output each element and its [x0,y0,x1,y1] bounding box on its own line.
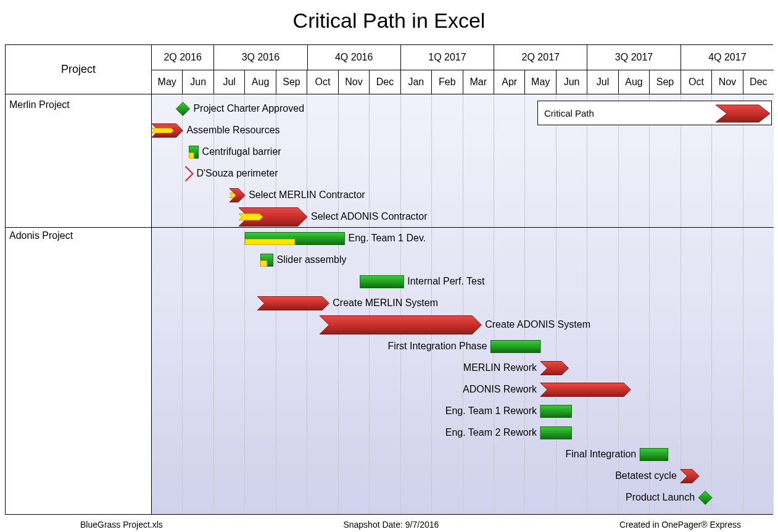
svg-marker-0 [716,105,770,122]
month-cell: Jun [183,70,213,94]
chart-frame: Project Merlin Project Adonis Project 2Q… [5,44,773,515]
month-cell: Nov [339,70,370,94]
quarter-cell: 2Q 2016 [152,45,214,70]
gantt-tasks: Project Charter ApprovedAssemble Resourc… [152,94,774,514]
task-label: MERLIN Rework [463,362,537,373]
month-cell: Nov [712,70,743,94]
month-cell: Jul [587,70,618,94]
time-header: 2Q 20163Q 20164Q 20161Q 20172Q 20173Q 20… [152,45,774,94]
task-label: Final Integration [566,449,637,459]
task-bar [490,341,540,353]
critical-arrow [320,316,481,335]
critical-arrow [540,362,568,375]
quarter-cell: 4Q 2016 [308,45,401,70]
critical-arrow [681,470,699,483]
month-cell: Sep [650,70,681,94]
month-cell: Apr [494,70,525,94]
month-cell: Mar [463,70,494,94]
task-label: Select ADONIS Contractor [311,211,428,222]
month-cell: Aug [619,70,650,94]
legend: Critical Path [537,101,772,125]
task-bar [540,405,571,418]
task-progress [260,261,267,267]
month-cell: Feb [432,70,463,94]
task-label: D'Souza perimeter [196,168,278,178]
month-cell: Oct [681,70,712,94]
quarter-cell: 1Q 2017 [401,45,494,70]
month-cell: Aug [245,70,276,94]
task-label: ADONIS Rework [463,384,537,394]
quarter-cell: 3Q 2016 [214,45,307,70]
task-label: Eng. Team 1 Dev. [348,233,426,243]
milestone-chevron [185,167,192,181]
quarter-row: 2Q 20163Q 20164Q 20161Q 20172Q 20173Q 20… [152,45,774,70]
critical-progress [239,214,263,220]
task-label: Create MERLIN System [333,297,438,308]
month-cell: Sep [276,70,307,94]
critical-arrow [257,297,329,310]
task-label: Betatest cycle [615,470,677,481]
task-label: Product Launch [626,492,695,502]
milestone-diamond [176,102,189,116]
footer-file: BlueGrass Project.xls [80,520,163,530]
group-label-adonis: Adonis Project [9,230,73,241]
task-label: Eng. Team 1 Rework [445,405,537,416]
critical-progress [152,128,173,133]
chart-footer: BlueGrass Project.xls Snapshot Date: 9/7… [0,520,778,530]
milestone-diamond [698,491,712,505]
task-label: Create ADONIS System [485,319,590,330]
month-cell: Jul [214,70,245,94]
month-cell: Jun [557,70,587,94]
task-progress [189,153,194,159]
month-cell: Dec [370,70,400,94]
month-row: MayJunJulAugSepOctNovDecJanFebMarAprMayJ… [152,70,774,94]
task-label: Select MERLIN Contractor [249,189,365,200]
chart-title: Critical Path in Excel [0,0,778,39]
footer-snapshot: Snapshot Date: 9/7/2016 [343,520,439,530]
task-label: Project Charter Approved [193,103,304,114]
month-cell: Jan [401,70,432,94]
quarter-cell: 3Q 2017 [587,45,681,70]
project-column-header: Project [6,45,151,94]
task-label: Slider assembly [277,254,347,265]
group-label-merlin: Merlin Project [9,99,70,110]
quarter-cell: 4Q 2017 [681,45,774,70]
month-cell: Oct [307,70,338,94]
task-bar [640,449,668,461]
task-label: Centrifugal barrier [202,146,282,157]
task-label: Internal Perf. Test [407,276,485,286]
project-column: Project Merlin Project Adonis Project [6,45,152,514]
legend-label: Critical Path [544,108,594,118]
task-label: Assemble Resources [186,125,279,135]
task-progress [245,239,295,245]
task-label: Eng. Team 2 Rework [445,427,537,438]
month-cell: May [525,70,556,94]
task-label: First Integration Phase [387,341,487,351]
critical-arrow [540,383,631,397]
time-area: 2Q 20163Q 20164Q 20161Q 20172Q 20173Q 20… [152,45,774,514]
task-bar [360,276,404,288]
task-bar [540,427,571,439]
footer-credit: Created in OnePager® Express [619,520,741,530]
month-cell: Dec [743,70,774,94]
month-cell: May [152,70,183,94]
quarter-cell: 2Q 2017 [494,45,587,70]
